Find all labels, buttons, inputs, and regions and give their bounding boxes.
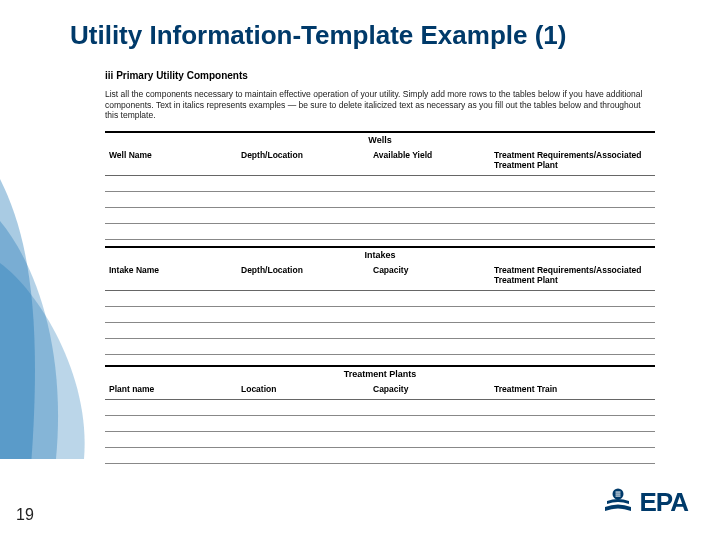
table-row	[105, 306, 655, 322]
col-header: Intake Name	[105, 262, 237, 291]
col-header: Depth/Location	[237, 147, 369, 176]
table-row	[105, 207, 655, 223]
table-row	[105, 175, 655, 191]
table-row	[105, 447, 655, 463]
epa-logo-icon	[603, 488, 633, 518]
page-number: 19	[16, 506, 34, 524]
col-header: Depth/Location	[237, 262, 369, 291]
col-header: Plant name	[105, 381, 237, 400]
table-title: Treatment Plants	[105, 367, 655, 381]
epa-logo-text: EPA	[639, 487, 688, 518]
table-row	[105, 415, 655, 431]
col-header: Available Yield	[369, 147, 490, 176]
svg-rect-3	[616, 495, 621, 496]
template-content: iii Primary Utility Components List all …	[105, 70, 655, 468]
section-num: iii	[105, 70, 113, 81]
col-header: Well Name	[105, 147, 237, 176]
slide-title: Utility Information-Template Example (1)	[70, 20, 690, 51]
sidebar-swoosh	[0, 0, 105, 540]
slide-container: Utility Information-Template Example (1)…	[0, 0, 720, 540]
col-header: Capacity	[369, 381, 490, 400]
table-row	[105, 399, 655, 415]
table-row	[105, 191, 655, 207]
table-intakes: Intakes Intake Name Depth/Location Capac…	[105, 246, 655, 355]
table-row	[105, 338, 655, 354]
table-row	[105, 223, 655, 239]
col-header: Treatment Requirements/Associated Treatm…	[490, 147, 655, 176]
table-row	[105, 290, 655, 306]
section-name: Primary Utility Components	[116, 70, 248, 81]
epa-logo: EPA	[603, 487, 688, 518]
svg-rect-1	[616, 491, 621, 492]
svg-rect-2	[616, 493, 621, 494]
table-title: Wells	[105, 133, 655, 147]
col-header: Treatment Train	[490, 381, 655, 400]
table-title: Intakes	[105, 248, 655, 262]
instruction-text: List all the components necessary to mai…	[105, 89, 655, 121]
section-heading: iii Primary Utility Components	[105, 70, 655, 81]
table-wells: Wells Well Name Depth/Location Available…	[105, 131, 655, 240]
col-header: Capacity	[369, 262, 490, 291]
table-row	[105, 431, 655, 447]
table-row	[105, 322, 655, 338]
col-header: Location	[237, 381, 369, 400]
col-header: Treatment Requirements/Associated Treatm…	[490, 262, 655, 291]
table-treatment-plants: Treatment Plants Plant name Location Cap…	[105, 365, 655, 464]
